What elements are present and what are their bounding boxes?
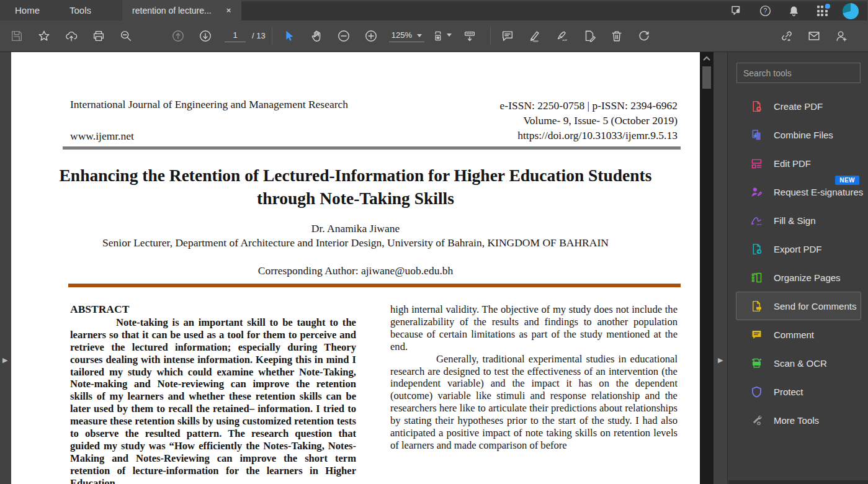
email-icon[interactable] xyxy=(805,26,823,46)
collapse-tools-pane-icon[interactable]: ▶ xyxy=(718,356,723,364)
sidebar-item-fill-sign[interactable]: Fill & Sign xyxy=(736,206,861,235)
page-count-label: / 13 xyxy=(252,31,266,42)
sidebar-item-scan-ocr[interactable]: Scan & OCR xyxy=(736,349,861,377)
zoom-out-icon[interactable] xyxy=(334,26,353,46)
app-grid-icon[interactable] xyxy=(814,3,830,19)
orange-divider-rule xyxy=(68,284,681,287)
sidebar-item-label: Fill & Sign xyxy=(774,215,816,226)
right-text-column: high internal validity. The objective of… xyxy=(390,303,678,484)
sidebar-item-label: Request E-signatures xyxy=(774,187,863,197)
tab-tools[interactable]: Tools xyxy=(55,0,106,20)
help-icon[interactable]: ? xyxy=(757,3,773,19)
page-navigation: 1 / 13 xyxy=(225,30,266,42)
search-tools-input[interactable]: Search tools xyxy=(736,63,861,83)
protect-shield-icon xyxy=(750,385,763,398)
notifications-bell-icon[interactable] xyxy=(785,3,802,19)
fit-width-icon[interactable] xyxy=(460,26,479,46)
right-column-paragraph-2: Generally, traditional experimental stud… xyxy=(390,353,678,452)
share-link-icon[interactable] xyxy=(777,26,796,46)
svg-text:?: ? xyxy=(763,7,767,14)
close-tab-icon[interactable]: × xyxy=(226,6,231,15)
nav-pane-strip: ▶ xyxy=(0,52,11,484)
scroll-up-icon[interactable] xyxy=(700,52,714,65)
sidebar-item-label: Send for Comments xyxy=(774,301,856,311)
request-esignatures-icon xyxy=(750,186,763,199)
chevron-down-icon xyxy=(417,34,422,37)
add-person-icon[interactable] xyxy=(832,26,851,46)
abstract-heading: ABSTRACT xyxy=(70,303,356,316)
sidebar-item-more-tools[interactable]: More Tools xyxy=(736,406,861,434)
hand-tool-icon[interactable] xyxy=(307,26,326,46)
header-divider-rule xyxy=(63,146,681,150)
pdf-page[interactable]: International Journal of Engineering and… xyxy=(11,52,700,484)
sign-pen-icon[interactable] xyxy=(553,26,571,46)
sidebar-item-label: Export PDF xyxy=(774,244,822,254)
print-icon[interactable] xyxy=(89,26,108,46)
sidebar-item-label: Scan & OCR xyxy=(774,358,827,369)
page-number-input[interactable]: 1 xyxy=(225,30,246,42)
chevron-down-icon xyxy=(447,34,452,37)
zoom-level-dropdown[interactable]: 125% xyxy=(389,30,424,42)
vertical-scrollbar[interactable] xyxy=(700,52,714,484)
sidebar-item-create-pdf[interactable]: Create PDF xyxy=(736,92,861,120)
edit-pdf-icon[interactable] xyxy=(580,26,599,46)
toolbar-divider xyxy=(490,27,491,45)
sidebar-item-request-esignatures[interactable]: Request E-signatures NEW xyxy=(736,177,861,206)
expand-nav-pane-icon[interactable]: ▶ xyxy=(2,356,7,364)
sidebar-item-send-for-comments[interactable]: Send for Comments xyxy=(736,292,861,320)
new-badge: NEW xyxy=(835,176,859,185)
tab-strip: ? xyxy=(241,1,868,20)
search-icon[interactable] xyxy=(117,26,135,46)
user-avatar[interactable] xyxy=(843,3,859,19)
corresponding-author: Corresponding Author: ajiwane@uob.edu.bh xyxy=(45,264,666,277)
save-icon[interactable] xyxy=(7,26,26,46)
combine-files-icon xyxy=(750,128,763,141)
delete-trash-icon[interactable] xyxy=(607,26,626,46)
organize-pages-icon xyxy=(750,271,763,284)
sidebar-item-label: Create PDF xyxy=(774,101,823,112)
sidebar-item-label: Edit PDF xyxy=(774,158,811,169)
sidebar-item-protect[interactable]: Protect xyxy=(736,377,861,406)
tools-pane-strip: ▶ xyxy=(714,52,728,484)
sidebar-item-combine-files[interactable]: Combine Files xyxy=(736,120,861,149)
tab-home-label: Home xyxy=(15,5,40,16)
tab-home[interactable]: Home xyxy=(0,0,55,20)
export-pdf-icon xyxy=(750,243,763,256)
zoom-in-icon[interactable] xyxy=(362,26,380,46)
previous-page-icon[interactable] xyxy=(169,26,187,46)
refresh-icon[interactable] xyxy=(635,26,653,46)
notification-dot xyxy=(825,4,830,9)
sidebar-item-label: Organize Pages xyxy=(774,272,841,283)
journal-name: International Journal of Engineering and… xyxy=(70,98,348,111)
sidebar-item-organize-pages[interactable]: Organize Pages xyxy=(736,263,861,292)
volume-line: Volume- 9, Issue- 5 (October 2019) xyxy=(500,113,678,128)
send-for-comments-icon xyxy=(750,300,763,313)
abstract-column: ABSTRACT Note-taking is an important ski… xyxy=(70,303,356,484)
main-toolbar: 1 / 13 125% xyxy=(0,20,868,52)
sidebar-item-label: More Tools xyxy=(774,415,819,426)
more-tools-wrench-icon xyxy=(750,414,763,427)
sidebar-item-export-pdf[interactable]: Export PDF xyxy=(736,235,861,263)
doi-line: https://doi.org/10.31033/ijemr.9.5.13 xyxy=(500,128,678,143)
create-pdf-icon xyxy=(750,100,763,113)
comment-bubble-icon[interactable] xyxy=(498,26,517,46)
document-tab[interactable]: retention of lecture... × xyxy=(122,0,241,20)
title-bar: Home Tools retention of lecture... × ? xyxy=(0,0,868,20)
next-page-icon[interactable] xyxy=(196,26,215,46)
select-tool-icon[interactable] xyxy=(280,26,298,46)
page-fit-icon[interactable] xyxy=(433,26,452,46)
share-cloud-icon[interactable] xyxy=(62,26,81,46)
highlighter-icon[interactable] xyxy=(526,26,544,46)
sidebar-item-label: Comment xyxy=(774,329,814,340)
sidebar-item-comment[interactable]: Comment xyxy=(736,320,861,349)
sidebar-item-edit-pdf[interactable]: Edit PDF xyxy=(736,149,861,177)
journal-website: www.ijemr.net xyxy=(70,130,348,143)
abstract-text: Note-taking is an important skill to be … xyxy=(70,316,356,484)
fill-sign-icon xyxy=(750,214,763,227)
scrollbar-thumb[interactable] xyxy=(702,66,711,89)
pdf-header: International Journal of Engineering and… xyxy=(70,98,678,143)
tab-tools-label: Tools xyxy=(69,5,91,16)
toolbar-divider xyxy=(272,27,272,45)
feedback-icon[interactable] xyxy=(728,3,745,19)
star-favorite-icon[interactable] xyxy=(35,26,53,46)
